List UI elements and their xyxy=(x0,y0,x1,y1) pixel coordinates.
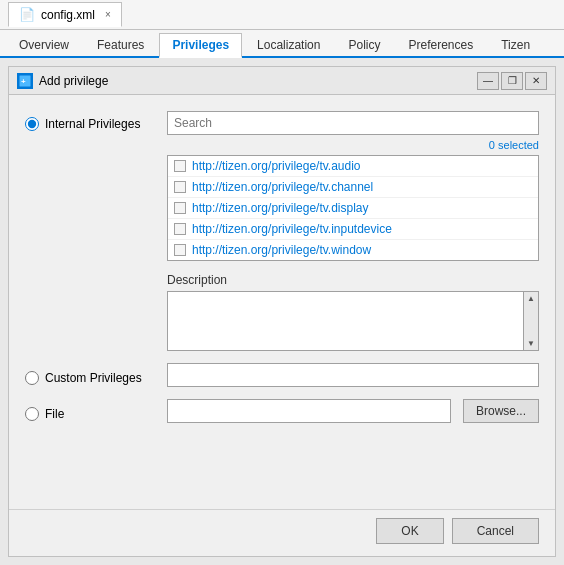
file-label[interactable]: File xyxy=(25,401,155,421)
description-box-wrapper: ▲ ▼ xyxy=(167,291,539,351)
tab-close-icon[interactable]: × xyxy=(105,9,111,20)
close-button[interactable]: ✕ xyxy=(525,72,547,90)
file-input[interactable] xyxy=(167,399,451,423)
privilege-checkbox-0[interactable] xyxy=(174,160,186,172)
dialog-footer: OK Cancel xyxy=(9,509,555,556)
privilege-item[interactable]: http://tizen.org/privilege/tv.inputdevic… xyxy=(168,219,538,240)
privilege-item[interactable]: http://tizen.org/privilege/tv.window xyxy=(168,240,538,260)
privilege-item[interactable]: http://tizen.org/privilege/tv.audio xyxy=(168,156,538,177)
count-row: 0 selected xyxy=(167,139,539,151)
custom-privileges-row: Custom Privileges xyxy=(25,363,539,387)
cancel-button[interactable]: Cancel xyxy=(452,518,539,544)
file-icon: 📄 xyxy=(19,7,35,22)
search-input[interactable] xyxy=(167,111,539,135)
privilege-checkbox-4[interactable] xyxy=(174,244,186,256)
dialog-content: Internal Privileges 0 selected http://ti… xyxy=(9,95,555,509)
custom-privileges-radio[interactable] xyxy=(25,371,39,385)
svg-text:+: + xyxy=(21,77,26,86)
privilege-checkbox-3[interactable] xyxy=(174,223,186,235)
dialog-title-text: Add privilege xyxy=(39,74,108,88)
title-bar: 📄 config.xml × xyxy=(0,0,564,30)
privilege-url-2: http://tizen.org/privilege/tv.display xyxy=(192,201,369,215)
dialog-icon: + xyxy=(17,73,33,89)
privilege-item[interactable]: http://tizen.org/privilege/tv.display xyxy=(168,198,538,219)
dialog-box: + Add privilege — ❐ ✕ Internal Privilege… xyxy=(8,66,556,557)
tab-tizen[interactable]: Tizen xyxy=(488,33,543,56)
internal-privileges-right: 0 selected http://tizen.org/privilege/tv… xyxy=(167,111,539,261)
privilege-url-0: http://tizen.org/privilege/tv.audio xyxy=(192,159,361,173)
ok-button[interactable]: OK xyxy=(376,518,443,544)
custom-privileges-input[interactable] xyxy=(167,363,539,387)
file-name: config.xml xyxy=(41,8,95,22)
file-tab[interactable]: 📄 config.xml × xyxy=(8,2,122,27)
dialog-outer: + Add privilege — ❐ ✕ Internal Privilege… xyxy=(0,58,564,565)
privilege-checkbox-2[interactable] xyxy=(174,202,186,214)
restore-button[interactable]: ❐ xyxy=(501,72,523,90)
internal-privileges-row: Internal Privileges 0 selected http://ti… xyxy=(25,111,539,261)
privilege-url-4: http://tizen.org/privilege/tv.window xyxy=(192,243,371,257)
description-section: Description ▲ ▼ xyxy=(25,273,539,351)
file-row: File Browse... xyxy=(25,399,539,423)
dialog-title-left: + Add privilege xyxy=(17,73,108,89)
tab-policy[interactable]: Policy xyxy=(335,33,393,56)
minimize-button[interactable]: — xyxy=(477,72,499,90)
file-radio[interactable] xyxy=(25,407,39,421)
privilege-list: http://tizen.org/privilege/tv.audio http… xyxy=(167,155,539,261)
count-label: 0 selected xyxy=(489,139,539,151)
tab-features[interactable]: Features xyxy=(84,33,157,56)
internal-privileges-radio[interactable] xyxy=(25,117,39,131)
internal-privileges-label[interactable]: Internal Privileges xyxy=(25,111,155,131)
description-label: Description xyxy=(167,273,539,287)
scroll-up-icon[interactable]: ▲ xyxy=(527,294,535,303)
browse-button[interactable]: Browse... xyxy=(463,399,539,423)
tab-preferences[interactable]: Preferences xyxy=(395,33,486,56)
dialog-title-bar: + Add privilege — ❐ ✕ xyxy=(9,67,555,95)
privilege-checkbox-1[interactable] xyxy=(174,181,186,193)
dialog-window-controls: — ❐ ✕ xyxy=(477,72,547,90)
privilege-url-3: http://tizen.org/privilege/tv.inputdevic… xyxy=(192,222,392,236)
nav-tabs: Overview Features Privileges Localizatio… xyxy=(0,30,564,58)
tab-localization[interactable]: Localization xyxy=(244,33,333,56)
tab-overview[interactable]: Overview xyxy=(6,33,82,56)
privilege-item[interactable]: http://tizen.org/privilege/tv.channel xyxy=(168,177,538,198)
custom-privileges-label[interactable]: Custom Privileges xyxy=(25,365,155,385)
scroll-down-icon[interactable]: ▼ xyxy=(527,339,535,348)
tab-privileges[interactable]: Privileges xyxy=(159,33,242,58)
description-scrollbar[interactable]: ▲ ▼ xyxy=(523,291,539,351)
description-textarea[interactable] xyxy=(167,291,523,351)
privilege-url-1: http://tizen.org/privilege/tv.channel xyxy=(192,180,373,194)
